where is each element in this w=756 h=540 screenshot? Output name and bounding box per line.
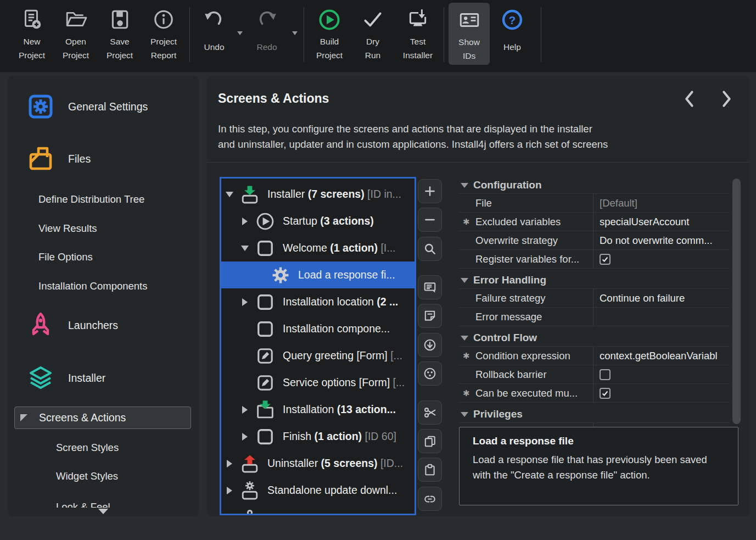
tree-item-service-options[interactable]: Service options [Form] [... [221,369,415,396]
tree-item-finish[interactable]: Finish (1 action) [ID 60] [221,423,415,450]
tree-item-standalone-update-downloader[interactable]: Standalone update downl... [221,477,415,504]
checkbox-checked[interactable] [600,388,611,399]
sidebar-item-files[interactable]: Files [27,146,91,172]
expander-expanded-icon[interactable] [221,192,238,197]
expander-collapsed-icon[interactable] [221,460,238,467]
page-description-line2: and uninstaller, updater and in custom a… [218,138,608,151]
project-report-button[interactable]: Project Report [142,0,186,69]
property-row-failure-strategy[interactable]: Failure strategy Continue on failure [459,289,730,307]
sidebar-item-launchers[interactable]: Launchers [27,312,118,338]
new-project-button[interactable]: New Project [10,0,54,69]
monitor-download-icon [406,6,429,34]
cut-button[interactable] [418,400,442,425]
dots-circle-button[interactable] [418,361,442,386]
modified-marker-icon: ✱ [463,388,470,398]
info-circle-icon [152,6,175,34]
install-folder-icon [254,399,276,421]
download-circle-button[interactable] [418,333,442,357]
update-downloader-icon [239,506,261,516]
section-configuration[interactable]: Configuration [459,177,730,193]
property-row-excluded-variables[interactable]: ✱ Excluded variables specialUserAccount [459,212,730,231]
tree-item-installer[interactable]: Installer (7 screens) [ID in... [221,181,415,208]
show-ids-button[interactable]: Show IDs [449,3,490,65]
expander-collapsed-icon[interactable] [237,406,253,414]
notes-button[interactable] [418,304,442,328]
search-button[interactable] [418,237,442,261]
section-collapse-icon [461,412,468,417]
section-privileges[interactable]: Privileges [459,406,730,422]
next-step-button[interactable] [719,90,733,108]
tree-item-partially-visible[interactable] [221,504,415,515]
redo-button[interactable]: Redo [246,0,288,69]
undo-button[interactable]: Undo [193,0,235,69]
tree-item-installation[interactable]: Installation (13 action... [221,396,415,423]
property-row-rollback-barrier[interactable]: Rollback barrier [459,365,730,383]
sidebar-item-installer[interactable]: Installer [27,365,105,391]
save-project-button[interactable]: Save Project [98,0,142,69]
property-scrollbar[interactable] [732,179,741,424]
undo-dropdown-arrow[interactable] [237,31,243,35]
tree-item-load-a-response-file[interactable]: Load a response fi... [221,261,415,288]
help-button[interactable]: ? Help [492,0,533,69]
screen-icon [254,291,276,313]
paste-button[interactable] [418,458,442,482]
property-row-can-be-executed-multiple[interactable]: ✱ Can be executed mu... [459,383,730,402]
sidebar-item-screen-styles[interactable]: Screen Styles [56,441,119,455]
build-project-button[interactable]: Build Project [307,0,351,69]
sidebar-item-view-results[interactable]: View Results [38,221,97,236]
redo-dropdown-arrow[interactable] [292,31,298,35]
property-row-register-variables[interactable]: Register variables for... [459,249,730,268]
new-project-icon [20,6,43,34]
tree-item-installation-location[interactable]: Installation location (2 ... [221,288,415,315]
remove-button[interactable] [418,208,442,232]
toolbar-separator [189,7,190,62]
checkbox-unchecked[interactable] [600,369,611,380]
sidebar-item-file-options[interactable]: File Options [38,250,93,264]
property-row-file[interactable]: File [Default] [459,194,730,212]
installer-download-icon [239,183,261,205]
expander-expanded-icon[interactable] [237,246,253,251]
section-error-handling[interactable]: Error Handling [459,272,730,288]
previous-step-button[interactable] [682,90,697,108]
test-installer-button[interactable]: Test Installer [394,0,441,69]
toolbar-separator [541,7,541,62]
toolbar-separator [444,7,444,62]
section-collapse-icon [461,336,468,341]
add-button[interactable] [418,179,442,203]
expander-collapsed-icon[interactable] [237,433,253,441]
sidebar-item-general-settings[interactable]: General Settings [27,93,148,120]
files-icon [27,146,54,172]
property-row-error-message[interactable]: Error message [459,307,730,326]
page-title: Screens & Actions [218,91,329,106]
expander-collapsed-icon[interactable] [237,218,253,225]
scroll-down-icon[interactable] [98,509,108,514]
svg-text:?: ? [509,14,516,26]
gear-square-icon [27,93,54,120]
selected-marker-icon [20,414,27,421]
property-row-overwrite-strategy[interactable]: Overwrite strategy Do not overwrite comm… [459,231,730,249]
help-icon: ? [500,6,524,34]
section-control-flow[interactable]: Control Flow [459,330,730,346]
tree-item-startup[interactable]: Startup (3 actions) [221,208,415,235]
dry-run-button[interactable]: Dry Run [351,0,394,69]
floppy-disk-icon [108,6,131,34]
tree-item-uninstaller[interactable]: Uninstaller (5 screens) [ID... [221,450,415,477]
sidebar-item-define-distribution-tree[interactable]: Define Distribution Tree [38,192,144,207]
sidebar-item-installation-components[interactable]: Installation Components [38,279,147,293]
page-description-line1: In this step, you configure the screens … [218,123,592,135]
tree-item-welcome[interactable]: Welcome (1 action) [I... [221,235,415,261]
screens-actions-tree[interactable]: Installer (7 screens) [ID in... Startup … [220,177,416,515]
undo-icon [203,6,226,34]
property-row-condition-expression[interactable]: ✱ Condition expression context.getBoolea… [459,347,730,365]
tree-item-installation-components[interactable]: Installation compone... [221,315,415,342]
comments-button[interactable] [418,275,442,299]
sidebar-item-screens-and-actions[interactable]: Screens & Actions [14,407,191,429]
expander-collapsed-icon[interactable] [237,298,253,306]
open-project-button[interactable]: Open Project [54,0,98,69]
tree-item-query-greeting[interactable]: Query greeting [Form] [... [221,342,415,369]
sidebar-item-widget-styles[interactable]: Widget Styles [56,469,118,483]
checkbox-checked[interactable] [600,254,611,265]
copy-button[interactable] [418,429,442,453]
expander-collapsed-icon[interactable] [221,487,238,494]
link-button[interactable] [418,487,442,511]
